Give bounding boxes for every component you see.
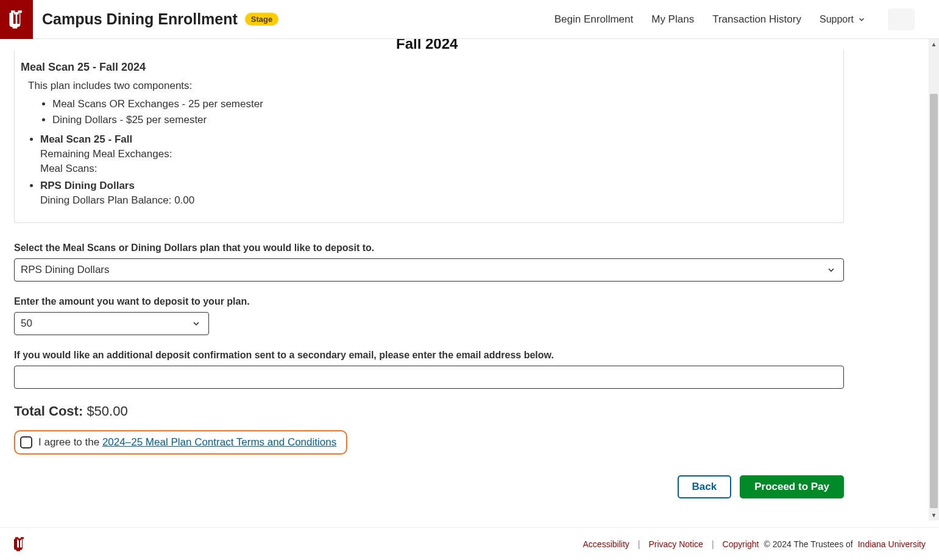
select-plan-dropdown[interactable]: RPS Dining Dollars (14, 258, 844, 282)
footer-separator: | (638, 539, 640, 549)
back-button[interactable]: Back (678, 475, 732, 498)
footer-copyright-text: © 2024 The Trustees of (764, 539, 852, 549)
footer-iu-link[interactable]: Indiana University (858, 539, 926, 549)
footer-links: Accessibility | Privacy Notice | Copyrig… (583, 539, 926, 549)
footer-accessibility-link[interactable]: Accessibility (583, 539, 629, 549)
terms-link[interactable]: 2024–25 Meal Plan Contract Terms and Con… (102, 436, 336, 448)
nav-support[interactable]: Support (820, 14, 866, 25)
terms-agree-row: I agree to the 2024–25 Meal Plan Contrac… (14, 430, 347, 455)
subplan-item: RPS Dining Dollars Dining Dollars Plan B… (40, 180, 837, 207)
subplan-label: RPS Dining Dollars (40, 180, 135, 191)
footer-privacy-link[interactable]: Privacy Notice (648, 539, 703, 549)
footer-separator: | (712, 539, 714, 549)
subplan-item: Meal Scan 25 - Fall Remaining Meal Excha… (40, 133, 837, 175)
scroll-down-arrow-icon[interactable]: ▼ (929, 510, 939, 520)
iu-trident-icon (9, 10, 24, 29)
vertical-scrollbar[interactable]: ▲ ▼ (929, 39, 939, 520)
footer-copyright-link[interactable]: Copyright (723, 539, 759, 549)
chevron-down-icon (857, 15, 866, 24)
scroll-up-arrow-icon[interactable]: ▲ (929, 39, 939, 49)
plan-subplans-list: Meal Scan 25 - Fall Remaining Meal Excha… (28, 133, 837, 207)
select-plan-value: RPS Dining Dollars (21, 264, 110, 276)
plan-components-list: Meal Scans OR Exchanges - 25 per semeste… (40, 98, 837, 126)
avatar[interactable] (888, 9, 915, 30)
nav-support-label: Support (820, 14, 854, 25)
proceed-to-pay-button[interactable]: Proceed to Pay (740, 475, 844, 498)
chevron-down-icon (191, 319, 201, 328)
plan-intro: This plan includes two components: (28, 80, 837, 92)
field-amount: Enter the amount you want to deposit to … (14, 296, 844, 335)
plan-title: Meal Scan 25 - Fall 2024 (21, 61, 837, 74)
amount-dropdown[interactable]: 50 (14, 312, 209, 335)
field-email: If you would like an additional deposit … (14, 350, 844, 389)
stage-badge: Stage (245, 13, 278, 26)
app-title: Campus Dining Enrollment (42, 10, 238, 28)
amount-label: Enter the amount you want to deposit to … (14, 296, 844, 307)
iu-trident-icon (13, 536, 26, 552)
nav-my-plans[interactable]: My Plans (651, 13, 694, 26)
terms-checkbox[interactable] (20, 436, 32, 448)
subplan-detail: Dining Dollars Plan Balance: 0.00 (40, 194, 837, 207)
terms-prefix: I agree to the (38, 436, 102, 448)
terms-text: I agree to the 2024–25 Meal Plan Contrac… (38, 436, 336, 448)
total-cost-value: $50.00 (87, 403, 127, 419)
plan-card: Meal Scan 25 - Fall 2024 This plan inclu… (14, 50, 844, 223)
total-cost: Total Cost: $50.00 (14, 403, 844, 419)
nav-transaction-history[interactable]: Transaction History (712, 13, 801, 26)
chevron-down-icon (826, 265, 836, 275)
total-cost-label: Total Cost: (14, 403, 83, 419)
footer: Accessibility | Privacy Notice | Copyrig… (0, 527, 939, 560)
scrollbar-thumb[interactable] (930, 94, 938, 508)
nav-begin-enrollment[interactable]: Begin Enrollment (555, 13, 633, 26)
subplan-detail: Meal Scans: (40, 163, 837, 175)
amount-value: 50 (21, 317, 32, 330)
plan-component-item: Meal Scans OR Exchanges - 25 per semeste… (52, 98, 837, 110)
main-content: Fall 2024 Meal Scan 25 - Fall 2024 This … (0, 39, 858, 527)
plan-component-item: Dining Dollars - $25 per semester (52, 114, 837, 126)
secondary-email-input[interactable] (14, 366, 844, 389)
subplan-label: Meal Scan 25 - Fall (40, 133, 132, 145)
field-select-plan: Select the Meal Scans or Dining Dollars … (14, 243, 844, 282)
deposit-form: Select the Meal Scans or Dining Dollars … (0, 223, 858, 498)
email-label: If you would like an additional deposit … (14, 350, 844, 361)
iu-logo-block[interactable] (0, 0, 33, 39)
select-plan-label: Select the Meal Scans or Dining Dollars … (14, 243, 844, 253)
action-buttons: Back Proceed to Pay (14, 475, 844, 498)
term-heading: Fall 2024 (396, 39, 458, 52)
header-bar: Campus Dining Enrollment Stage Begin Enr… (0, 0, 939, 39)
subplan-detail: Remaining Meal Exchanges: (40, 148, 837, 160)
main-nav: Begin Enrollment My Plans Transaction Hi… (555, 9, 939, 30)
